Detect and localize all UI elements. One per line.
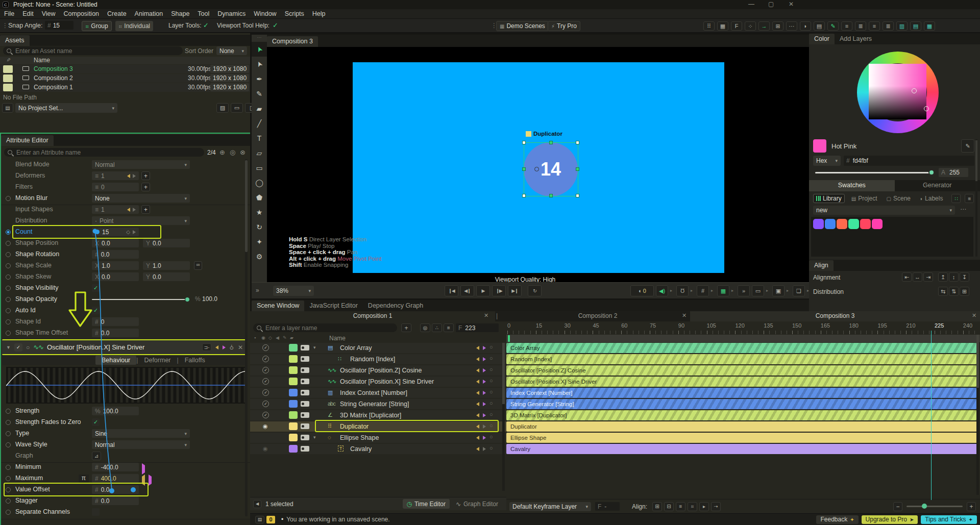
- layer-render-toggle[interactable]: [301, 435, 309, 440]
- solo-circle-icon[interactable]: ○: [489, 378, 493, 384]
- slider-track[interactable]: [92, 299, 187, 300]
- time-editor-button[interactable]: ◷Time Editor: [403, 499, 450, 509]
- timeline-track[interactable]: Duplicator: [506, 421, 979, 432]
- in-connection-icon[interactable]: [476, 424, 479, 429]
- attribute-dropdown[interactable]: Sine▾: [92, 429, 190, 438]
- checkbox[interactable]: [92, 508, 100, 516]
- menu-dynamics[interactable]: Dynamics: [213, 10, 250, 17]
- graph-editor-button[interactable]: ∿Graph Editor: [452, 499, 502, 509]
- tab-add-layers[interactable]: Add Layers: [835, 34, 877, 44]
- more-options-icon[interactable]: ⋯: [960, 206, 966, 213]
- attribute-field[interactable]: #0.0: [92, 329, 139, 337]
- attribute-field[interactable]: Y0.0: [143, 272, 190, 281]
- align-right-icon[interactable]: ⇥: [923, 272, 933, 282]
- direct-select-tool[interactable]: ➤: [252, 57, 267, 71]
- menu-help[interactable]: Help: [308, 10, 330, 17]
- layer-render-toggle[interactable]: [301, 345, 309, 351]
- snap-angle-field[interactable]: #15: [45, 21, 74, 30]
- panel-icon[interactable]: ▦: [717, 21, 728, 31]
- in-connection-icon[interactable]: [476, 391, 479, 395]
- asset-row[interactable]: Composition 330.00fps1920 x 1080: [0, 65, 250, 73]
- grid-view-icon[interactable]: ▦: [924, 21, 935, 31]
- attribute-field[interactable]: %100.0: [92, 407, 139, 415]
- asset-color-swatch[interactable]: [3, 84, 13, 91]
- upgrade-pro-button[interactable]: Upgrade to Pro➤: [862, 515, 918, 524]
- attribute-field[interactable]: ≡1: [92, 171, 139, 180]
- checkbox[interactable]: ✓: [92, 284, 100, 292]
- graph-button[interactable]: ⊿: [92, 452, 101, 460]
- source-library[interactable]: Library: [813, 194, 845, 203]
- star4-tool[interactable]: ✦: [252, 234, 267, 249]
- grid-icon[interactable]: #: [697, 285, 709, 296]
- selection-handle[interactable]: [522, 141, 526, 144]
- layer-render-toggle[interactable]: [301, 423, 309, 429]
- keyframe-radio[interactable]: [6, 263, 11, 268]
- layer-enabled-check[interactable]: ✓: [262, 401, 269, 407]
- loop-icon[interactable]: ↻: [528, 285, 542, 296]
- solo-circle-icon[interactable]: ○: [489, 344, 493, 350]
- connection-dot[interactable]: [131, 487, 136, 492]
- forward-arrow-icon[interactable]: →: [758, 21, 770, 31]
- keyframe-radio[interactable]: [6, 498, 11, 504]
- solo-circle-icon[interactable]: ○: [489, 355, 493, 361]
- connection-arrow-icon[interactable]: [142, 477, 145, 484]
- more-dots-icon[interactable]: ⋯: [786, 21, 797, 31]
- swatch[interactable]: [848, 219, 859, 229]
- playhead[interactable]: [931, 331, 932, 500]
- input-connection-icon[interactable]: [215, 345, 218, 349]
- layer-color-swatch[interactable]: [289, 378, 298, 385]
- minimize-button[interactable]: —: [748, 1, 754, 8]
- close-tab-icon[interactable]: ✕: [682, 312, 687, 319]
- solo-radio-icon[interactable]: ○: [26, 344, 30, 351]
- alpha-slider-track[interactable]: [815, 172, 932, 173]
- alpha-slider-knob[interactable]: [928, 169, 935, 176]
- out-connection-icon[interactable]: [483, 380, 486, 384]
- align-middle-icon[interactable]: ↕: [949, 272, 959, 282]
- demo-scenes-button[interactable]: ▦Demo Scenes: [496, 21, 549, 31]
- timeline-track[interactable]: 3D Matrix [Duplicator]: [506, 410, 979, 420]
- keyframe-radio[interactable]: [6, 319, 11, 324]
- search-clear-icon[interactable]: ⊗: [240, 148, 246, 156]
- selection-handle[interactable]: [576, 141, 579, 144]
- driver-icon[interactable]: ⊐-: [202, 343, 211, 351]
- maximize-button[interactable]: ▢: [768, 1, 774, 8]
- attribute-dropdown[interactable]: Normal▾: [92, 160, 190, 169]
- attribute-dropdown[interactable]: Normal▾: [92, 440, 190, 449]
- layer-scrollbar-thumb[interactable]: [502, 343, 505, 404]
- filter-visible-icon[interactable]: ◎: [420, 323, 430, 332]
- attribute-field[interactable]: #0: [92, 317, 139, 326]
- search-prev-icon[interactable]: ⊕: [219, 148, 225, 156]
- in-connection-icon[interactable]: [476, 447, 479, 451]
- source-labels[interactable]: ◗Labels: [917, 194, 945, 203]
- filter-settings-icon[interactable]: ≡: [444, 323, 454, 332]
- layer-row[interactable]: ✓abcString Generator [String]○: [250, 399, 506, 409]
- keyframe-radio[interactable]: [6, 331, 11, 336]
- settings-tool[interactable]: ⚙: [252, 249, 267, 264]
- layer-color-swatch[interactable]: [289, 422, 298, 430]
- option-arrow-icon[interactable]: ▸: [766, 288, 768, 293]
- expand-chevron-icon[interactable]: ▾: [313, 345, 316, 350]
- layer-color-swatch[interactable]: [289, 389, 298, 396]
- keyframe-radio[interactable]: [6, 252, 11, 257]
- keyframe-radio[interactable]: [6, 510, 11, 515]
- solo-circle-icon[interactable]: ○: [489, 445, 493, 451]
- timeline-ruler[interactable]: 0153045607590105120135150165180195210225…: [506, 321, 980, 331]
- layer-enabled-check[interactable]: ✓: [262, 356, 269, 362]
- timeline-track[interactable]: Index Context [Number]: [506, 388, 979, 398]
- attribute-scrollbar-thumb[interactable]: [245, 160, 248, 252]
- timeline-tab-composition2[interactable]: Composition 2: [506, 311, 689, 321]
- solo-circle-icon[interactable]: ○: [489, 422, 493, 429]
- skip-end-icon[interactable]: ▶❙: [508, 285, 522, 296]
- keyframe-radio[interactable]: [6, 308, 11, 313]
- transform-tool[interactable]: ▱: [252, 145, 267, 160]
- solo-circle-icon[interactable]: ○: [489, 434, 493, 440]
- selection-handle[interactable]: [576, 194, 579, 197]
- layer-row[interactable]: ✓∷Random [Index]○: [250, 354, 506, 364]
- layer-render-toggle[interactable]: [301, 446, 309, 452]
- layer-color-swatch[interactable]: [289, 344, 298, 352]
- viewport-tool-help-check[interactable]: ✓: [273, 21, 278, 29]
- tab-attribute-editor[interactable]: Attribute Editor: [1, 135, 54, 146]
- feedback-button[interactable]: Feedback✦: [816, 515, 858, 524]
- pin-icon[interactable]: ⚲: [230, 344, 234, 351]
- out-connection-icon[interactable]: [483, 436, 486, 440]
